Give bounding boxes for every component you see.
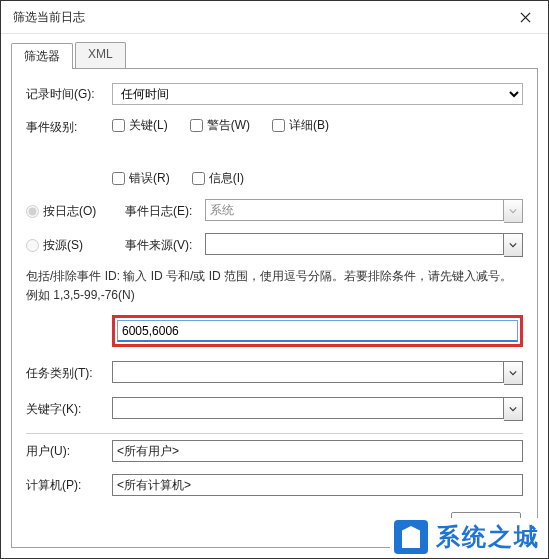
level-checks: 关键(L) 警告(W) 详细(B) 错误(R) 信息(I) (112, 117, 523, 187)
label-logged: 记录时间(G): (26, 86, 112, 103)
chevron-down-icon (509, 241, 517, 249)
label-level: 事件级别: (26, 117, 112, 136)
label-eventlogs: 事件日志(E): (125, 203, 201, 220)
chk-error-box[interactable] (112, 172, 125, 185)
tab-xml[interactable]: XML (75, 42, 126, 68)
close-button[interactable] (502, 1, 548, 33)
event-id-input[interactable] (117, 320, 518, 342)
tabs: 筛选器 XML (11, 42, 538, 69)
filter-panel: 记录时间(G): 任何时间 事件级别: 关键(L) 警告(W) 详细(B) 错误… (11, 69, 538, 548)
chk-warning[interactable]: 警告(W) (190, 117, 250, 134)
chk-critical-box[interactable] (112, 119, 125, 132)
event-id-help: 包括/排除事件 ID: 输入 ID 号和/或 ID 范围，使用逗号分隔。若要排除… (26, 267, 523, 305)
computer-input[interactable]: <所有计算机> (112, 474, 523, 496)
eventsources-combo[interactable] (205, 233, 504, 255)
chevron-down-icon (509, 369, 517, 377)
chk-warning-box[interactable] (190, 119, 203, 132)
watermark: 系统之城 (390, 518, 548, 556)
logged-select[interactable]: 任何时间 (112, 83, 523, 105)
keywords-combo[interactable] (112, 397, 504, 419)
watermark-logo-icon (394, 520, 428, 554)
radio-bysource-input (26, 239, 39, 252)
watermark-text: 系统之城 (436, 521, 540, 553)
label-task: 任务类别(T): (26, 365, 112, 382)
radio-bysource: 按源(S) 事件来源(V): (26, 233, 523, 257)
label-keywords: 关键字(K): (26, 401, 112, 418)
chk-verbose-box[interactable] (272, 119, 285, 132)
eventlogs-combo-btn (504, 199, 523, 223)
label-computer: 计算机(P): (26, 477, 112, 494)
eventlogs-combo: 系统 (205, 199, 504, 221)
label-eventsources: 事件来源(V): (125, 237, 201, 254)
radio-bylog-input (26, 205, 39, 218)
separator (26, 433, 523, 434)
chk-verbose[interactable]: 详细(B) (272, 117, 329, 134)
task-combo-btn[interactable] (504, 361, 523, 385)
chk-information-box[interactable] (192, 172, 205, 185)
chevron-down-icon (509, 405, 517, 413)
window-title: 筛选当前日志 (13, 9, 85, 26)
chk-error[interactable]: 错误(R) (112, 170, 170, 187)
dialog-window: 筛选当前日志 筛选器 XML 记录时间(G): 任何时间 事件级别: 关键(L)… (0, 0, 549, 559)
chk-information[interactable]: 信息(I) (192, 170, 244, 187)
keywords-combo-btn[interactable] (504, 397, 523, 421)
user-input[interactable]: <所有用户> (112, 440, 523, 462)
radio-bylog: 按日志(O) 事件日志(E): 系统 (26, 199, 523, 223)
label-user: 用户(U): (26, 443, 112, 460)
chevron-down-icon (509, 207, 517, 215)
event-id-highlight (112, 315, 523, 347)
titlebar: 筛选当前日志 (1, 1, 548, 34)
chk-critical[interactable]: 关键(L) (112, 117, 168, 134)
eventsources-combo-btn[interactable] (504, 233, 523, 257)
task-combo[interactable] (112, 361, 504, 383)
tab-filter[interactable]: 筛选器 (11, 43, 73, 69)
close-icon (520, 12, 531, 23)
